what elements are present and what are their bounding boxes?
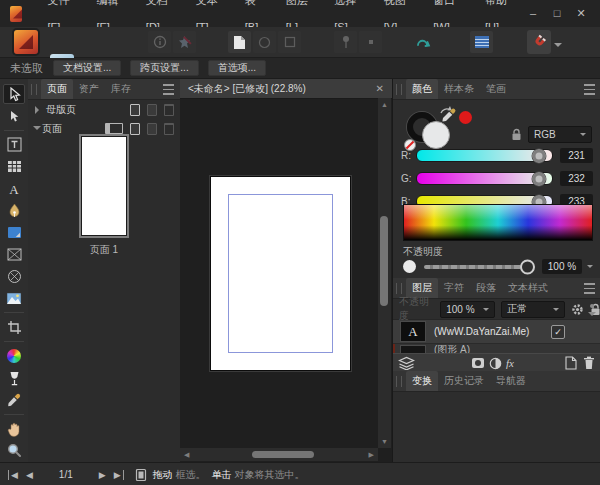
opacity-full-icon[interactable] bbox=[403, 260, 416, 273]
panel-menu-icon[interactable] bbox=[584, 283, 595, 294]
tab-stock[interactable]: 库存 bbox=[105, 79, 137, 99]
green-slider-handle[interactable] bbox=[533, 172, 546, 185]
fill-stroke-selector[interactable] bbox=[407, 105, 467, 151]
pages-overview-icon[interactable] bbox=[134, 468, 147, 482]
panel-menu-icon[interactable] bbox=[163, 84, 174, 95]
red-slider[interactable] bbox=[416, 149, 553, 162]
add-master-icon[interactable] bbox=[130, 104, 140, 116]
vertical-scrollbar[interactable]: ▲ ▼ bbox=[378, 98, 391, 448]
preflight-icon[interactable] bbox=[412, 31, 435, 53]
layer-row-text[interactable]: A (WwW.DaYanZai.Me) bbox=[393, 320, 600, 344]
layer-name[interactable]: (图形 A) bbox=[434, 344, 470, 353]
opacity-slider[interactable] bbox=[424, 265, 534, 269]
layers-stack-icon[interactable] bbox=[398, 356, 415, 370]
page-1-thumbnail[interactable] bbox=[82, 137, 126, 235]
spread-view-icon[interactable] bbox=[105, 123, 123, 134]
green-slider[interactable] bbox=[416, 172, 553, 185]
pages-row[interactable]: 页面 bbox=[28, 119, 180, 138]
minimize-button[interactable]: – bbox=[524, 0, 542, 27]
red-slider-handle[interactable] bbox=[533, 149, 546, 162]
panel-grip-icon[interactable] bbox=[396, 84, 402, 95]
transparency-tool[interactable] bbox=[3, 368, 25, 388]
previous-page-icon[interactable]: ◀ bbox=[22, 470, 37, 480]
close-button[interactable]: ✕ bbox=[572, 0, 590, 27]
document-page[interactable] bbox=[210, 176, 351, 371]
tab-swatches[interactable]: 样本条 bbox=[438, 79, 480, 99]
picked-color-dot[interactable] bbox=[459, 111, 472, 124]
ellipse-frame-tool[interactable] bbox=[3, 267, 25, 287]
panel-grip-icon[interactable] bbox=[31, 84, 37, 95]
first-page-icon[interactable]: ◀ bbox=[8, 470, 22, 480]
tab-stroke[interactable]: 笔画 bbox=[480, 79, 512, 99]
color-mode-select[interactable]: RGB bbox=[528, 126, 592, 143]
add-page-icon[interactable] bbox=[130, 123, 140, 135]
document-close-icon[interactable]: ✕ bbox=[376, 83, 384, 94]
chevron-down-icon[interactable] bbox=[587, 265, 593, 271]
crop-tool[interactable] bbox=[3, 317, 25, 337]
lock-icon[interactable] bbox=[511, 128, 522, 141]
tab-text-styles[interactable]: 文本样式 bbox=[502, 278, 554, 298]
scroll-left-icon[interactable]: ◀ bbox=[184, 451, 189, 459]
gear-icon[interactable] bbox=[571, 303, 584, 316]
move-tool[interactable] bbox=[3, 84, 25, 104]
rectangle-frame-tool[interactable] bbox=[3, 245, 25, 265]
color-spectrum[interactable] bbox=[403, 204, 593, 241]
mask-layer-icon[interactable] bbox=[471, 357, 485, 369]
tab-history[interactable]: 历史记录 bbox=[438, 371, 490, 391]
tab-navigator[interactable]: 导航器 bbox=[490, 371, 532, 391]
opacity-slider-handle[interactable] bbox=[520, 259, 535, 274]
layers-list-scroll[interactable] bbox=[588, 304, 596, 320]
scroll-down-icon[interactable] bbox=[588, 312, 596, 320]
fill-color-well[interactable] bbox=[422, 121, 450, 149]
opacity-value[interactable]: 100 % bbox=[542, 259, 582, 274]
color-picker-tool[interactable] bbox=[3, 390, 25, 410]
layer-effects-icon[interactable]: fx bbox=[506, 357, 514, 369]
table-format-icon[interactable] bbox=[470, 31, 493, 53]
panel-menu-icon[interactable] bbox=[584, 84, 595, 95]
document-tab[interactable]: <未命名> [已修改] (22.8%) ✕ bbox=[180, 79, 392, 99]
vertical-scroll-thumb[interactable] bbox=[380, 216, 388, 306]
scroll-down-icon[interactable]: ▼ bbox=[381, 438, 388, 445]
visibility-checkbox[interactable] bbox=[551, 325, 565, 339]
next-page-icon[interactable]: ▶ bbox=[95, 470, 110, 480]
layer-row-shape[interactable]: (图形 A) bbox=[393, 344, 600, 353]
scroll-right-icon[interactable]: ▶ bbox=[369, 451, 374, 459]
node-tool[interactable] bbox=[3, 106, 25, 126]
tab-assets[interactable]: 资产 bbox=[73, 79, 105, 99]
red-value[interactable]: 231 bbox=[560, 148, 593, 163]
layer-name[interactable]: (WwW.DaYanZai.Me) bbox=[434, 326, 529, 337]
panel-grip-icon[interactable] bbox=[396, 283, 402, 294]
green-value[interactable]: 232 bbox=[560, 171, 593, 186]
document-setup-button[interactable]: 文档设置... bbox=[53, 60, 121, 76]
fill-gradient-tool[interactable] bbox=[3, 346, 25, 366]
table-tool[interactable] bbox=[3, 157, 25, 177]
frame-text-tool[interactable] bbox=[3, 135, 25, 155]
shape-layer-thumbnail[interactable] bbox=[400, 345, 426, 353]
scroll-up-icon[interactable]: ▲ bbox=[381, 101, 388, 108]
place-image-tool[interactable] bbox=[3, 289, 25, 309]
spread-setup-button[interactable]: 跨页设置... bbox=[130, 60, 198, 76]
panel-grip-icon[interactable] bbox=[396, 376, 402, 387]
publisher-persona-icon[interactable] bbox=[14, 30, 38, 54]
eyedropper-icon[interactable] bbox=[441, 107, 457, 123]
tab-paragraph[interactable]: 段落 bbox=[470, 278, 502, 298]
preferences-button[interactable]: 首选项... bbox=[208, 60, 266, 76]
horizontal-scrollbar[interactable]: ◀ ▶ bbox=[180, 448, 378, 461]
adjustment-layer-icon[interactable] bbox=[489, 357, 502, 370]
trash-icon[interactable] bbox=[583, 356, 595, 370]
artistic-text-tool[interactable]: A bbox=[3, 179, 25, 199]
tab-pages[interactable]: 页面 bbox=[41, 79, 73, 99]
snapping-dropdown-caret-icon[interactable] bbox=[554, 39, 562, 51]
tab-character[interactable]: 字符 bbox=[438, 278, 470, 298]
view-pan-tool[interactable] bbox=[3, 419, 25, 439]
horizontal-scroll-thumb[interactable] bbox=[252, 451, 314, 458]
collapse-arrow-icon[interactable] bbox=[35, 106, 43, 114]
tab-transform[interactable]: 变换 bbox=[406, 371, 438, 391]
snapping-magnet-icon[interactable] bbox=[527, 30, 551, 54]
layer-opacity-select[interactable]: 100 % bbox=[440, 301, 495, 318]
maximize-button[interactable]: □ bbox=[548, 0, 566, 27]
blend-mode-select[interactable]: 正常 bbox=[501, 301, 565, 318]
expand-arrow-icon[interactable] bbox=[33, 126, 41, 134]
new-page-icon[interactable] bbox=[228, 31, 251, 53]
tab-color[interactable]: 颜色 bbox=[406, 79, 438, 99]
